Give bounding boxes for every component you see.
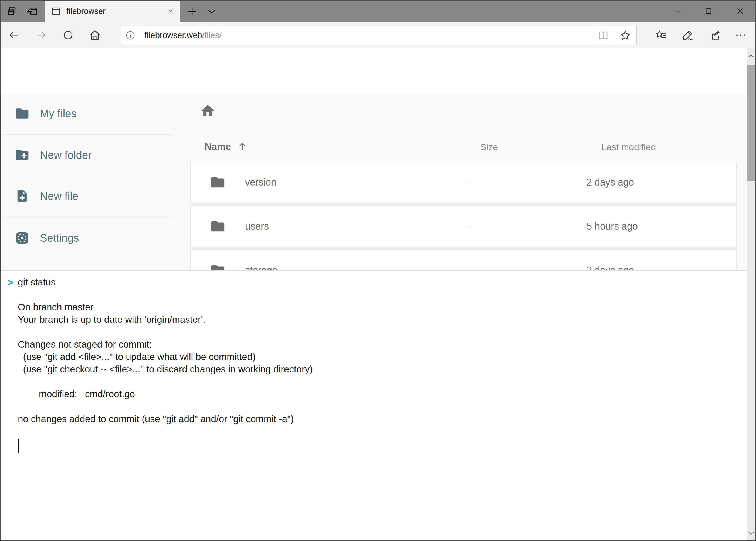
file-listing: Name Size Last modified version – 2 days… <box>173 95 747 270</box>
sidebar-item-label: New folder <box>40 149 92 161</box>
column-header-modified[interactable]: Last modified <box>601 142 656 152</box>
sidebar-item-label: My files <box>40 108 77 120</box>
file-size: – <box>466 265 587 270</box>
terminal-cursor <box>18 439 19 453</box>
home-icon[interactable] <box>86 26 104 44</box>
more-ellipsis-icon[interactable] <box>731 26 750 44</box>
sidebar: My files New folder New file <box>0 95 173 270</box>
favorites-list-icon[interactable] <box>651 26 671 44</box>
terminal-line: (use "git checkout -- <file>..." to disc… <box>18 363 692 375</box>
folder-icon <box>209 174 226 191</box>
browser-window: filebrowser <box>0 0 756 541</box>
terminal-line: Your branch is up to date with 'origin/m… <box>18 313 692 326</box>
filebrowser-header <box>0 48 747 95</box>
browser-tab[interactable]: filebrowser <box>45 0 180 22</box>
terminal-line <box>18 425 692 437</box>
file-plus-icon <box>14 188 30 204</box>
sidebar-divider <box>0 134 173 135</box>
file-modified: 5 hours ago <box>587 221 638 232</box>
sidebar-item-new-file[interactable]: New file <box>0 180 173 212</box>
table-row-users[interactable]: users – 5 hours ago <box>190 206 737 247</box>
window-close-button[interactable] <box>731 2 749 20</box>
terminal-line: modified: cmd/root.go <box>18 388 692 400</box>
breadcrumb-home-icon[interactable] <box>200 103 216 119</box>
column-header-name[interactable]: Name <box>205 141 248 152</box>
new-tab-button[interactable] <box>185 4 200 19</box>
back-icon[interactable] <box>5 26 23 44</box>
folder-icon <box>209 262 226 270</box>
forward-icon[interactable] <box>32 26 50 44</box>
url-path: /files/ <box>202 31 222 40</box>
terminal-line: On branch master <box>18 301 692 313</box>
file-modified: 2 days ago <box>587 265 634 270</box>
name-header-label: Name <box>205 141 231 152</box>
address-bar[interactable]: filebrowser.web/files/ <box>121 26 637 45</box>
window-minimize-button[interactable] <box>669 2 687 20</box>
table-row-storage[interactable]: storage – 2 days ago <box>190 250 737 270</box>
tab-bar: filebrowser <box>0 0 756 22</box>
file-rows: version – 2 days ago users – 5 hours ago… <box>190 162 737 270</box>
terminal-line <box>18 288 692 301</box>
sidebar-item-label: New file <box>40 190 78 202</box>
file-name: users <box>245 221 466 232</box>
url-separator <box>140 29 140 41</box>
sidebar-divider <box>0 217 173 218</box>
table-row-version[interactable]: version – 2 days ago <box>190 162 737 203</box>
column-header-size[interactable]: Size <box>480 142 498 152</box>
folder-plus-icon <box>14 147 30 163</box>
file-name: storage <box>245 265 466 270</box>
browser-toolbar: filebrowser.web/files/ <box>0 22 756 49</box>
terminal-line <box>18 326 692 338</box>
terminal-command: git status <box>18 276 56 288</box>
url-host: filebrowser.web <box>144 31 202 40</box>
set-tabs-aside-icon[interactable] <box>25 4 40 19</box>
file-name: version <box>245 177 466 188</box>
terminal-prompt-chevron: > <box>8 276 14 288</box>
listing-divider <box>196 129 726 129</box>
terminal-line: (use "git add <file>..." to update what … <box>18 350 692 363</box>
folder-icon <box>14 105 30 122</box>
table-header: Name Size Last modified <box>173 135 747 161</box>
terminal-line: Changes not staged for commit: <box>18 338 692 350</box>
folder-icon <box>209 218 226 235</box>
tab-list-chevron-icon[interactable] <box>204 4 219 19</box>
scroll-down-icon[interactable] <box>747 525 755 541</box>
page-info-icon[interactable] <box>121 26 140 45</box>
annotate-pen-icon[interactable] <box>678 26 697 44</box>
scrollbar-thumb[interactable] <box>747 65 755 181</box>
file-modified: 2 days ago <box>587 177 634 188</box>
file-size: – <box>466 221 587 232</box>
page-scrollbar[interactable] <box>747 48 755 541</box>
url-text: filebrowser.web/files/ <box>144 31 592 40</box>
tab-preview-icon[interactable] <box>4 4 19 19</box>
favorite-star-icon[interactable] <box>614 26 636 45</box>
terminal-output: On branch master Your branch is up to da… <box>18 288 692 437</box>
sidebar-item-my-files[interactable]: My files <box>0 97 173 130</box>
file-size: – <box>466 177 587 188</box>
reading-view-icon[interactable] <box>592 26 614 45</box>
sidebar-item-label: Settings <box>40 232 79 244</box>
tab-close-icon[interactable] <box>163 4 178 18</box>
page-favicon-icon <box>51 6 62 16</box>
terminal-line <box>18 400 692 413</box>
terminal-line <box>18 375 692 388</box>
scroll-up-icon[interactable] <box>747 48 755 64</box>
share-icon[interactable] <box>705 26 725 44</box>
window-maximize-button[interactable] <box>700 2 717 20</box>
sidebar-item-settings[interactable]: Settings <box>0 222 173 254</box>
tab-title: filebrowser <box>66 6 163 16</box>
terminal-line: no changes added to commit (use "git add… <box>18 413 692 425</box>
sort-ascending-icon <box>237 141 248 152</box>
gear-icon <box>14 230 30 246</box>
sidebar-item-new-folder[interactable]: New folder <box>0 139 173 171</box>
refresh-icon[interactable] <box>59 26 77 44</box>
